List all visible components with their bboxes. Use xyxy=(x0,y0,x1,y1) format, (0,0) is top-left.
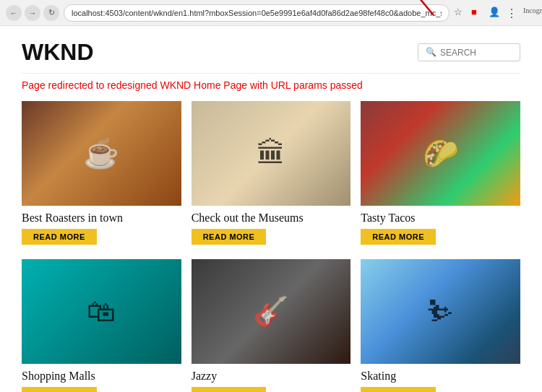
nav-buttons: ← → ↻ xyxy=(6,5,59,21)
card-image-icon-jazzy: 🎸 xyxy=(192,259,351,364)
incognito-label: Incognit xyxy=(523,6,536,19)
card-title-museum: Check out the Museums xyxy=(192,212,351,225)
card-image-icon-museum: 🏛 xyxy=(192,101,351,206)
card-readmore-museum[interactable]: READ MORE xyxy=(192,229,267,245)
search-icon: 🔍 xyxy=(426,47,436,58)
card-title-shopping: Shopping Malls xyxy=(22,370,181,383)
redirect-notice: Page redirected to redesigned WKND Home … xyxy=(22,79,520,91)
card-image-icon-coffee: ☕ xyxy=(22,101,181,206)
card-title-coffee: Best Roasters in town xyxy=(22,212,181,225)
bookmark-icon[interactable]: ☆ xyxy=(454,6,467,19)
extension-icon[interactable]: ■ xyxy=(471,6,484,19)
cards-grid: ☕ Best Roasters in town READ MORE 🏛 Chec… xyxy=(22,101,520,392)
card-image-museum: 🏛 xyxy=(192,101,351,206)
card-readmore-coffee[interactable]: READ MORE xyxy=(22,229,97,245)
card-readmore-skating[interactable]: READ MORE xyxy=(361,387,436,392)
card-image-skating: ⛷ xyxy=(361,259,520,364)
browser-chrome: ← → ↻ ☆ ■ 👤 ⋮ Incognit xyxy=(0,0,542,26)
card-image-tacos: 🌮 xyxy=(361,101,520,206)
card-readmore-jazzy[interactable]: READ MORE xyxy=(192,387,267,392)
card-jazzy: 🎸 Jazzy READ MORE xyxy=(192,259,351,392)
card-image-icon-skating: ⛷ xyxy=(361,259,520,364)
card-museum: 🏛 Check out the Museums READ MORE xyxy=(192,101,351,248)
card-title-tacos: Tasty Tacos xyxy=(361,212,520,225)
card-coffee: ☕ Best Roasters in town READ MORE xyxy=(22,101,181,248)
card-image-icon-shopping: 🛍 xyxy=(22,259,181,364)
forward-button[interactable]: → xyxy=(25,5,40,21)
card-title-skating: Skating xyxy=(361,370,520,383)
card-image-icon-tacos: 🌮 xyxy=(361,101,520,206)
card-image-coffee: ☕ xyxy=(22,101,181,206)
card-skating: ⛷ Skating READ MORE xyxy=(361,259,520,392)
page-content: WKND 🔍 Page redirected to redesigned WKN… xyxy=(0,26,542,392)
search-box[interactable]: 🔍 xyxy=(418,43,520,61)
card-image-shopping: 🛍 xyxy=(22,259,181,364)
card-readmore-tacos[interactable]: READ MORE xyxy=(361,229,436,245)
card-shopping: 🛍 Shopping Malls READ MORE xyxy=(22,259,181,392)
profile-icon[interactable]: 👤 xyxy=(489,6,502,19)
page-header: WKND 🔍 xyxy=(22,26,520,74)
card-readmore-shopping[interactable]: READ MORE xyxy=(22,387,97,392)
card-tacos: 🌮 Tasty Tacos READ MORE xyxy=(361,101,520,248)
reload-button[interactable]: ↻ xyxy=(43,5,59,21)
address-bar[interactable] xyxy=(64,4,449,22)
card-image-jazzy: 🎸 xyxy=(192,259,351,364)
search-input[interactable] xyxy=(440,48,512,58)
card-title-jazzy: Jazzy xyxy=(192,370,351,383)
site-logo: WKND xyxy=(22,39,94,66)
browser-icons: ☆ ■ 👤 ⋮ Incognit xyxy=(454,6,536,19)
menu-icon[interactable]: ⋮ xyxy=(506,6,519,19)
back-button[interactable]: ← xyxy=(6,5,22,21)
